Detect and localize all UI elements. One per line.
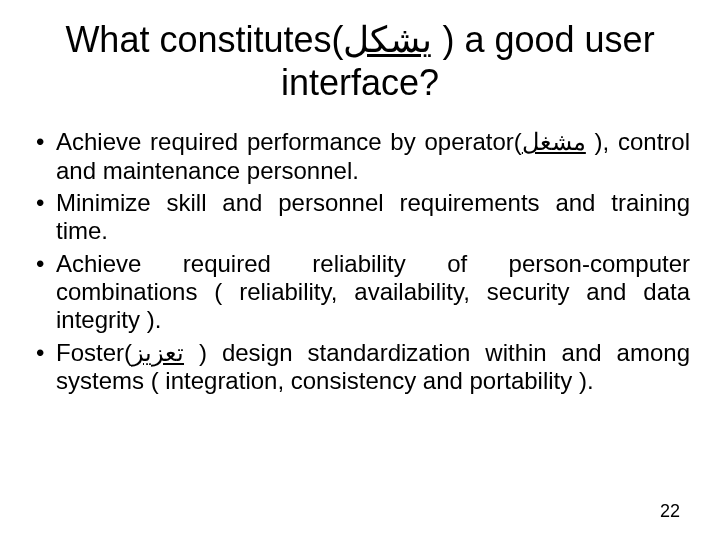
bullet-pre: Achieve required reliability of person-c… — [56, 250, 690, 334]
title-arabic: يشكل — [343, 19, 432, 60]
list-item: Foster(تعزيز ) design standardization wi… — [30, 339, 690, 396]
bullet-pre: Foster( — [56, 339, 132, 366]
title-pre: What constitutes( — [65, 19, 343, 60]
bullet-arabic: مشغل — [522, 128, 586, 155]
list-item: Achieve required reliability of person-c… — [30, 250, 690, 335]
slide-title: What constitutes(يشكل ) a good user inte… — [30, 18, 690, 104]
page-number: 22 — [660, 501, 680, 522]
list-item: Minimize skill and personnel requirement… — [30, 189, 690, 246]
bullet-pre: Minimize skill and personnel requirement… — [56, 189, 690, 244]
bullet-list: Achieve required performance by operator… — [30, 128, 690, 395]
slide: What constitutes(يشكل ) a good user inte… — [0, 0, 720, 540]
bullet-arabic: تعزيز — [132, 339, 184, 366]
bullet-pre: Achieve required performance by operator… — [56, 128, 522, 155]
list-item: Achieve required performance by operator… — [30, 128, 690, 185]
